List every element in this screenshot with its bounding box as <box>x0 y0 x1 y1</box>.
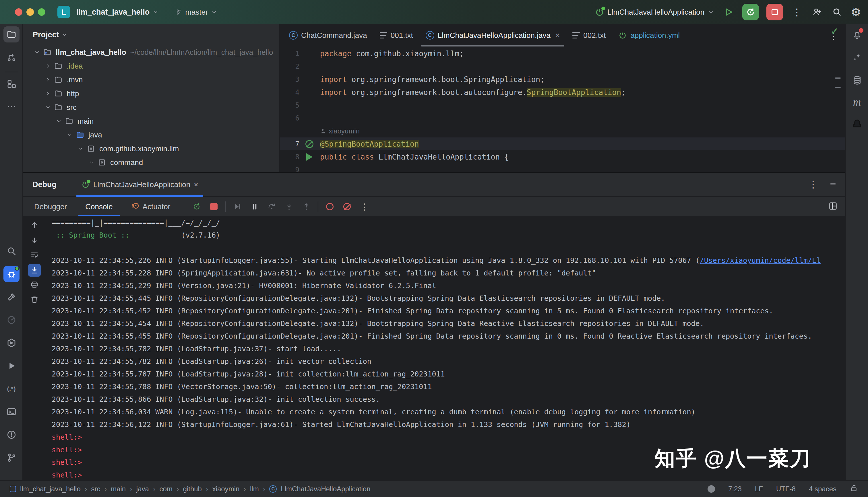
more-actions-icon[interactable]: ⋮ <box>790 6 803 18</box>
soft-wrap-icon[interactable] <box>28 248 41 261</box>
rerun-debug-icon[interactable] <box>191 201 202 212</box>
project-widget[interactable]: L llm_chat_java_hello <box>57 6 159 18</box>
tree-item-command[interactable]: command <box>23 156 279 169</box>
run-icon[interactable] <box>3 358 19 374</box>
close-icon[interactable]: × <box>194 180 198 189</box>
editor-tab-application-yml[interactable]: application.yml <box>612 24 686 46</box>
caret-position[interactable]: 7:23 <box>728 485 742 493</box>
tab-console[interactable]: Console <box>84 197 114 216</box>
breadcrumb-item[interactable]: github <box>183 485 202 493</box>
code-line[interactable]: 2 <box>280 60 845 73</box>
settings-gear-icon[interactable]: ⚙ <box>851 6 861 18</box>
stop-icon[interactable] <box>208 201 220 212</box>
chevron-down-icon[interactable] <box>53 118 64 124</box>
editor-tab-chatcommand-java[interactable]: CChatCommand.java <box>283 24 374 46</box>
console-output[interactable]: =========|_|==============|___/=/_/_/_/ … <box>52 216 844 480</box>
chevron-down-icon[interactable] <box>64 132 75 138</box>
arrow-down-icon[interactable] <box>28 234 41 247</box>
code-editor[interactable]: 1package com.github.xiaoymin.llm;23impor… <box>280 47 845 172</box>
chevron-right-icon[interactable] <box>42 77 53 83</box>
close-window-button[interactable] <box>15 8 23 16</box>
chevron-right-icon[interactable] <box>42 63 53 69</box>
step-into-icon[interactable] <box>283 201 295 212</box>
tree-item-main[interactable]: main <box>23 114 279 128</box>
run-gutter-icon[interactable] <box>299 153 320 161</box>
unlock-icon[interactable] <box>850 484 858 494</box>
services-icon[interactable] <box>3 335 19 351</box>
breadcrumb-item[interactable]: llm_chat_java_hello <box>20 485 81 493</box>
editor-tab-001-txt[interactable]: 001.txt <box>374 24 419 46</box>
code-line[interactable]: xiaoyumin <box>280 125 845 138</box>
rerun-debug-button[interactable] <box>742 4 759 20</box>
vcs-branch-widget[interactable]: master <box>176 8 218 17</box>
line-separator[interactable]: LF <box>755 485 763 493</box>
tree-item-llm-chat-java-hello[interactable]: llm_chat_java_hello~/code/llm/LlmInActio… <box>23 45 279 59</box>
spring-bean-gutter-icon[interactable] <box>299 140 320 148</box>
breadcrumb-item[interactable]: src <box>91 485 100 493</box>
structure-icon[interactable] <box>3 76 19 92</box>
problems-icon[interactable] <box>3 427 19 443</box>
run-configuration-selector[interactable]: LlmChatJavaHelloApplication <box>595 7 715 17</box>
code-line[interactable]: 8public class LlmChatJavaHelloApplicatio… <box>280 150 845 163</box>
editor-tab-llmchatjavahelloapplication-java[interactable]: CLlmChatJavaHelloApplication.java× <box>419 24 566 46</box>
project-folder-icon[interactable] <box>3 26 19 42</box>
file-encoding[interactable]: UTF-8 <box>776 485 796 493</box>
code-line[interactable]: 3import org.springframework.boot.SpringA… <box>280 73 845 86</box>
database-icon[interactable] <box>850 73 864 87</box>
breadcrumb-item[interactable]: LlmChatJavaHelloApplication <box>281 485 370 493</box>
more-icon[interactable] <box>3 99 19 115</box>
breadcrumb-item[interactable]: xiaoymin <box>212 485 240 493</box>
breadcrumb-item[interactable]: com <box>159 485 172 493</box>
file-link[interactable]: /Users/xiaoyumin/code/llm/Ll <box>700 256 821 265</box>
code-line[interactable]: 9 <box>280 163 845 172</box>
tree-item-src[interactable]: src <box>23 100 279 114</box>
code-line[interactable]: 5 <box>280 99 845 112</box>
add-user-icon[interactable] <box>811 6 823 18</box>
close-tab-icon[interactable]: × <box>555 31 560 40</box>
breadcrumb-item[interactable]: java <box>136 485 149 493</box>
tree-item-http[interactable]: http <box>23 87 279 100</box>
chevron-right-icon[interactable] <box>42 91 53 96</box>
tab-debugger[interactable]: Debugger <box>32 197 69 216</box>
layout-settings-icon[interactable] <box>828 201 838 212</box>
notifications-bell-icon[interactable] <box>850 28 864 42</box>
step-over-icon[interactable] <box>266 201 278 212</box>
git-branch-icon[interactable] <box>3 450 19 466</box>
tree-item-java[interactable]: java <box>23 128 279 142</box>
inspections-ok-icon[interactable]: ✓ <box>831 26 838 37</box>
stop-button[interactable] <box>766 4 783 20</box>
editor-tab-002-txt[interactable]: 002.txt <box>566 24 612 46</box>
terminal-icon[interactable] <box>3 404 19 420</box>
arrow-up-icon[interactable] <box>28 219 41 231</box>
ai-sparkles-icon[interactable] <box>850 51 864 64</box>
more-icon[interactable]: ⋮ <box>359 201 370 212</box>
tree-item-com-github-xiaoymin-llm[interactable]: com.github.xiaoymin.llm <box>23 142 279 156</box>
tab-actuator[interactable]: Actuator <box>129 197 172 216</box>
hide-panel-icon[interactable] <box>829 180 837 189</box>
git-commit-icon[interactable] <box>3 49 19 66</box>
print-icon[interactable] <box>28 278 41 291</box>
zoom-window-button[interactable] <box>38 8 45 16</box>
search-everywhere-icon[interactable] <box>831 6 843 18</box>
pause-icon[interactable] <box>249 201 260 212</box>
chevron-down-icon[interactable] <box>42 104 53 110</box>
breadcrumb-item[interactable]: main <box>111 485 126 493</box>
trash-icon[interactable] <box>28 293 41 306</box>
chevron-down-icon[interactable] <box>86 159 97 165</box>
scroll-to-end-icon[interactable] <box>28 264 41 276</box>
chevron-down-icon[interactable] <box>31 49 42 55</box>
tree-item--mvn[interactable]: .mvn <box>23 73 279 87</box>
project-panel-title[interactable]: Project <box>33 30 59 39</box>
search-icon[interactable] <box>3 243 19 259</box>
maven-icon[interactable]: m <box>850 95 864 109</box>
breadcrumb-item[interactable]: llm <box>250 485 259 493</box>
view-breakpoints-icon[interactable] <box>324 201 336 212</box>
resume-icon[interactable] <box>232 201 243 212</box>
tree-item--idea[interactable]: .idea <box>23 59 279 73</box>
code-line[interactable]: 7@SpringBootApplication <box>280 138 845 150</box>
indent-style[interactable]: 4 spaces <box>809 485 837 493</box>
step-out-icon[interactable] <box>300 201 312 212</box>
debug-session-tab[interactable]: LlmChatJavaHelloApplication × <box>75 173 204 196</box>
debugger-icon[interactable] <box>3 266 19 282</box>
run-button[interactable] <box>722 6 735 18</box>
